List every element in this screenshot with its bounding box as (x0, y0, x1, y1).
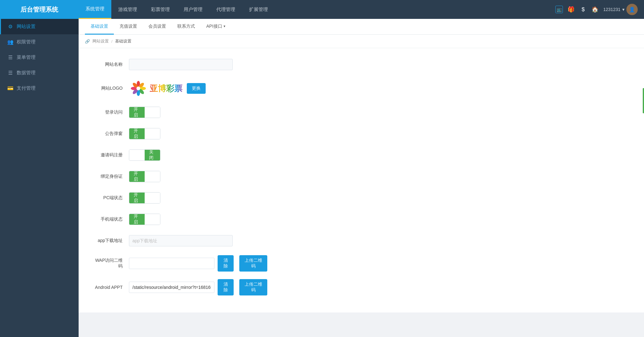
tab-recharge[interactable]: 充值设置 (114, 19, 143, 35)
breadcrumb-separator: / (111, 39, 113, 44)
bind-id-toggle[interactable]: 开启 (129, 171, 160, 182)
chevron-down-icon: ▾ (622, 7, 625, 12)
website-name-label: 网站名称 (91, 62, 129, 67)
login-access-label: 登录访问 (91, 110, 129, 115)
announcement-control: 开启 (129, 128, 267, 139)
wap-qr-upload-button[interactable]: 上传二维码 (239, 255, 267, 272)
mobile-status-on[interactable]: 开启 (129, 214, 145, 225)
login-access-control: 开启 (129, 107, 267, 118)
logo-flower-svg (129, 79, 148, 98)
avatar: 👤 (626, 4, 638, 15)
bind-id-on[interactable]: 开启 (129, 171, 145, 182)
sidebar-item-permission[interactable]: 👥 权限管理 (0, 34, 79, 50)
sidebar-item-payment[interactable]: 💳 支付管理 (0, 81, 79, 96)
breadcrumb-root[interactable]: 网站设置 (92, 38, 109, 44)
app-download-input[interactable] (129, 235, 233, 246)
nav-menu: 系统管理 游戏管理 彩票管理 用户管理 代理管理 扩展管理 (79, 0, 555, 19)
app-logo: 后台管理系统 (0, 0, 79, 19)
announcement-toggle[interactable]: 开启 (129, 128, 160, 139)
pc-status-row: PC端状态 开启 (91, 191, 631, 205)
invite-code-label: 邀请码注册 (91, 152, 129, 158)
top-navigation: 后台管理系统 系统管理 游戏管理 彩票管理 用户管理 代理管理 扩展管理 📺 🎁… (0, 0, 644, 19)
main-layout: ⚙ 网站设置 👥 权限管理 ☰ 菜单管理 ☰ 数据管理 💳 支付管理 基础设置 … (0, 19, 644, 337)
android-appt-input-row: 清除 上传二维码 (129, 279, 267, 295)
announcement-label: 公告弹窗 (91, 131, 129, 137)
app-download-control (129, 235, 267, 246)
sub-tabs: 基础设置 充值设置 会员设置 联系方式 API接口 ▾ (79, 19, 644, 35)
pc-status-on[interactable]: 开启 (129, 193, 145, 203)
app-download-label: app下载地址 (91, 238, 129, 244)
scroll-indicator (643, 88, 644, 113)
sidebar-item-website[interactable]: ⚙ 网站设置 (0, 19, 79, 34)
website-logo-row: 网站LOGO (91, 79, 631, 98)
nav-item-user[interactable]: 用户管理 (177, 0, 209, 19)
website-name-control (129, 59, 267, 70)
mobile-status-control: 开启 (129, 214, 267, 225)
mobile-status-label: 手机端状态 (91, 216, 129, 222)
website-logo-label: 网站LOGO (91, 86, 129, 91)
permission-icon: 👥 (7, 39, 14, 45)
gift-icon[interactable]: 🎁 (567, 6, 575, 13)
payment-icon: 💳 (7, 85, 14, 91)
sidebar-item-menu[interactable]: ☰ 菜单管理 (0, 50, 79, 65)
android-appt-row: Android APPT 清除 上传二维码 (91, 279, 631, 295)
android-upload-button[interactable]: 上传二维码 (239, 279, 267, 295)
link-icon: 🔗 (85, 39, 90, 44)
tab-basic[interactable]: 基础设置 (85, 19, 114, 35)
login-access-row: 登录访问 开启 (91, 105, 631, 119)
tab-member[interactable]: 会员设置 (143, 19, 172, 35)
user-info[interactable]: 1231231 ▾ 👤 (603, 4, 638, 15)
nav-item-extend[interactable]: 扩展管理 (242, 0, 275, 19)
login-access-toggle[interactable]: 开启 (129, 107, 160, 118)
menu-icon: ☰ (7, 54, 14, 60)
bind-id-row: 绑定身份证 开启 (91, 170, 631, 183)
app-download-row: app下载地址 (91, 234, 631, 248)
website-name-input[interactable] (129, 59, 233, 70)
tab-contact[interactable]: 联系方式 (172, 19, 201, 35)
nav-item-agent[interactable]: 代理管理 (209, 0, 242, 19)
bind-id-off[interactable] (145, 171, 160, 182)
wap-qr-clear-button[interactable]: 清除 (218, 255, 234, 272)
monitor-icon[interactable]: 📺 (555, 6, 563, 13)
pc-status-toggle[interactable]: 开启 (129, 192, 160, 204)
breadcrumb-current: 基础设置 (115, 38, 131, 44)
android-appt-label: Android APPT (91, 285, 129, 290)
invite-code-open[interactable] (129, 150, 145, 160)
wap-qr-input[interactable] (129, 258, 214, 269)
announcement-off[interactable] (145, 128, 160, 139)
invite-code-off[interactable]: 关闭 (145, 150, 160, 160)
wap-qr-input-row: 清除 上传二维码 (129, 255, 267, 272)
logo-name-text: 亚博彩票 (150, 83, 182, 94)
android-appt-control: 清除 上传二维码 (129, 279, 267, 295)
logo-text-display: 亚博彩票 (129, 79, 182, 98)
data-icon: ☰ (7, 70, 14, 76)
sidebar-item-data[interactable]: ☰ 数据管理 (0, 65, 79, 81)
announcement-on[interactable]: 开启 (129, 128, 145, 139)
announcement-row: 公告弹窗 开启 (91, 127, 631, 141)
tab-api[interactable]: API接口 ▾ (201, 19, 231, 35)
android-clear-button[interactable]: 清除 (218, 279, 234, 295)
login-access-on[interactable]: 开启 (129, 107, 145, 118)
dollar-icon[interactable]: $ (579, 6, 587, 13)
breadcrumb: 🔗 网站设置 / 基础设置 (79, 35, 644, 48)
wap-qr-row: WAP访问二维码 清除 上传二维码 (91, 255, 631, 272)
mobile-status-off[interactable] (145, 214, 160, 225)
nav-item-system[interactable]: 系统管理 (79, 0, 111, 19)
login-access-off[interactable] (145, 107, 160, 118)
nav-item-game[interactable]: 游戏管理 (111, 0, 144, 19)
mobile-status-toggle[interactable]: 开启 (129, 214, 160, 225)
pc-status-off[interactable] (145, 193, 160, 203)
sidebar: ⚙ 网站设置 👥 权限管理 ☰ 菜单管理 ☰ 数据管理 💳 支付管理 (0, 19, 79, 337)
wap-qr-label: WAP访问二维码 (91, 258, 129, 269)
invite-code-toggle[interactable]: 关闭 (129, 149, 160, 161)
pc-status-label: PC端状态 (91, 195, 129, 201)
logo-replace-button[interactable]: 更换 (187, 83, 206, 94)
bind-id-label: 绑定身份证 (91, 174, 129, 179)
gear-icon: ⚙ (7, 24, 14, 30)
nav-item-lottery[interactable]: 彩票管理 (144, 0, 177, 19)
bind-id-control: 开启 (129, 171, 267, 182)
nav-right-area: 📺 🎁 $ 🏠 1231231 ▾ 👤 (555, 4, 644, 15)
home-icon[interactable]: 🏠 (591, 6, 599, 13)
android-appt-input[interactable] (129, 282, 214, 293)
wap-qr-control: 清除 上传二维码 (129, 255, 267, 272)
